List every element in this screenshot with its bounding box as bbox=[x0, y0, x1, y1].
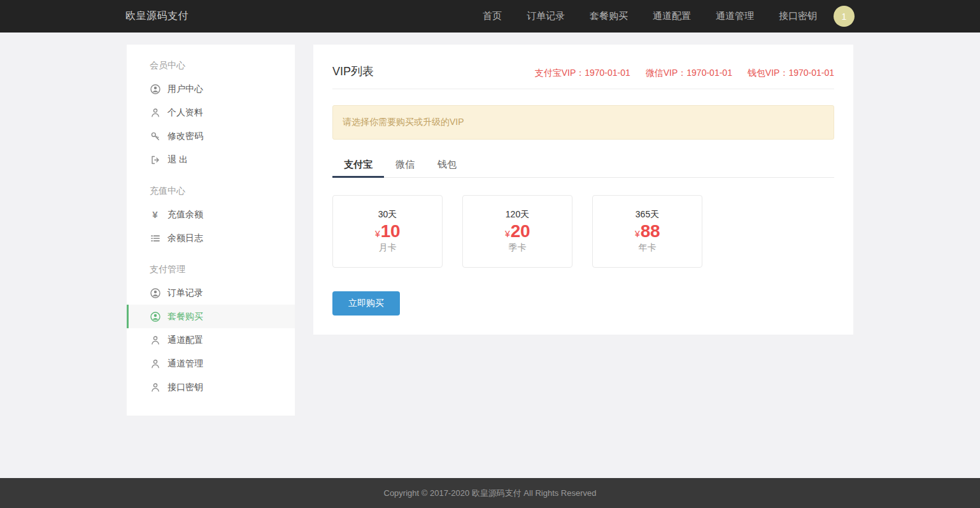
plan-name: 月卡 bbox=[333, 242, 442, 254]
main-panel: VIP列表 支付宝VIP：1970-01-01 微信VIP：1970-01-01… bbox=[313, 45, 853, 335]
sidebar-item-label: 用户中心 bbox=[167, 83, 203, 95]
plan-card-monthly[interactable]: 30天 ¥10 月卡 bbox=[332, 195, 443, 268]
sidebar-item-channel-config[interactable]: 通道配置 bbox=[127, 328, 295, 352]
user-avatar[interactable]: 1 bbox=[834, 6, 855, 27]
main-header: VIP列表 支付宝VIP：1970-01-01 微信VIP：1970-01-01… bbox=[332, 64, 834, 89]
content-container: 会员中心 用户中心 个人资料 修改密码 bbox=[127, 33, 853, 478]
plan-price: ¥88 bbox=[593, 221, 702, 242]
user-icon bbox=[150, 107, 160, 118]
nav-item-home[interactable]: 首页 bbox=[483, 10, 502, 22]
sidebar-item-profile[interactable]: 个人资料 bbox=[127, 101, 295, 124]
screen: 欧皇源码支付 首页 订单记录 套餐购买 通道配置 通道管理 接口密钥 1 会员中… bbox=[0, 0, 980, 508]
sidebar-item-logout[interactable]: 退 出 bbox=[127, 148, 295, 171]
sidebar-item-label: 接口密钥 bbox=[167, 382, 203, 393]
tab-wallet[interactable]: 钱包 bbox=[426, 152, 468, 177]
plan-name: 季卡 bbox=[463, 242, 572, 254]
plan-name: 年卡 bbox=[593, 242, 702, 254]
list-icon bbox=[150, 233, 160, 243]
user-icon bbox=[150, 358, 160, 369]
currency-symbol: ¥ bbox=[635, 229, 640, 239]
plan-card-yearly[interactable]: 365天 ¥88 年卡 bbox=[592, 195, 702, 268]
vip-status: 支付宝VIP：1970-01-01 微信VIP：1970-01-01 钱包VIP… bbox=[522, 68, 834, 79]
currency-symbol: ¥ bbox=[505, 229, 510, 239]
page-title: VIP列表 bbox=[332, 64, 374, 79]
nav-item-order-records[interactable]: 订单记录 bbox=[527, 10, 565, 22]
vip-status-alipay: 支付宝VIP：1970-01-01 bbox=[535, 68, 630, 78]
price-amount: 10 bbox=[381, 221, 400, 241]
sidebar-heading-recharge-center: 充值中心 bbox=[127, 179, 295, 203]
sidebar-item-order-records[interactable]: 订单记录 bbox=[127, 281, 295, 305]
currency-symbol: ¥ bbox=[375, 229, 380, 239]
sidebar-heading-member-center: 会员中心 bbox=[127, 54, 295, 77]
footer: Copyright © 2017-2020 欧皇源码支付 All Rights … bbox=[0, 478, 980, 508]
copyright-text: Copyright © 2017-2020 欧皇源码支付 All Rights … bbox=[384, 488, 597, 499]
sidebar-heading-payment-management: 支付管理 bbox=[127, 258, 295, 281]
sidebar-item-api-keys[interactable]: 接口密钥 bbox=[127, 375, 295, 399]
payment-tabs: 支付宝 微信 钱包 bbox=[332, 152, 834, 178]
sidebar-item-recharge-balance[interactable]: ¥ 充值余额 bbox=[127, 203, 295, 226]
plan-duration: 365天 bbox=[593, 209, 702, 221]
nav-item-api-keys[interactable]: 接口密钥 bbox=[779, 10, 817, 22]
nav-item-package-purchase[interactable]: 套餐购买 bbox=[590, 10, 628, 22]
sidebar-item-label: 个人资料 bbox=[167, 107, 203, 119]
plan-card-quarterly[interactable]: 120天 ¥20 季卡 bbox=[462, 195, 572, 268]
sidebar-item-label: 套餐购买 bbox=[167, 311, 203, 323]
sidebar-item-channel-management[interactable]: 通道管理 bbox=[127, 352, 295, 375]
user-icon bbox=[150, 382, 160, 393]
nav-menu: 首页 订单记录 套餐购买 通道配置 通道管理 接口密钥 1 bbox=[458, 6, 855, 27]
alert-message: 请选择你需要购买或升级的VIP bbox=[332, 105, 834, 140]
user-circle-icon bbox=[150, 287, 160, 298]
vip-status-wallet: 钱包VIP：1970-01-01 bbox=[748, 68, 834, 78]
nav-item-channel-management[interactable]: 通道管理 bbox=[716, 10, 754, 22]
sidebar-item-label: 修改密码 bbox=[167, 131, 203, 142]
buy-now-button[interactable]: 立即购买 bbox=[332, 291, 400, 316]
plan-list: 30天 ¥10 月卡 120天 ¥20 季卡 365天 ¥88 年卡 bbox=[332, 195, 834, 268]
sidebar-item-label: 订单记录 bbox=[167, 287, 203, 299]
sidebar-item-change-password[interactable]: 修改密码 bbox=[127, 124, 295, 148]
sidebar: 会员中心 用户中心 个人资料 修改密码 bbox=[127, 45, 295, 416]
plan-price: ¥10 bbox=[333, 221, 442, 242]
user-circle-icon bbox=[150, 311, 160, 322]
logout-icon bbox=[150, 154, 160, 165]
sidebar-item-label: 通道管理 bbox=[167, 358, 203, 370]
plan-duration: 120天 bbox=[463, 209, 572, 221]
key-icon bbox=[150, 131, 160, 142]
user-icon bbox=[150, 335, 160, 345]
sidebar-item-label: 充值余额 bbox=[167, 209, 203, 221]
nav-item-channel-config[interactable]: 通道配置 bbox=[653, 10, 691, 22]
brand-logo[interactable]: 欧皇源码支付 bbox=[125, 10, 188, 23]
sidebar-item-label: 退 出 bbox=[167, 154, 188, 166]
yen-icon: ¥ bbox=[150, 209, 160, 220]
sidebar-item-balance-log[interactable]: 余额日志 bbox=[127, 226, 295, 250]
sidebar-item-package-purchase[interactable]: 套餐购买 bbox=[127, 305, 295, 328]
plan-duration: 30天 bbox=[333, 209, 442, 221]
sidebar-item-user-center[interactable]: 用户中心 bbox=[127, 77, 295, 101]
sidebar-item-label: 通道配置 bbox=[167, 335, 203, 346]
user-circle-icon bbox=[150, 83, 160, 94]
top-navbar: 欧皇源码支付 首页 订单记录 套餐购买 通道配置 通道管理 接口密钥 1 bbox=[0, 0, 980, 33]
price-amount: 88 bbox=[641, 221, 660, 241]
price-amount: 20 bbox=[511, 221, 530, 241]
vip-status-wechat: 微信VIP：1970-01-01 bbox=[646, 68, 732, 78]
tab-alipay[interactable]: 支付宝 bbox=[332, 152, 384, 177]
plan-price: ¥20 bbox=[463, 221, 572, 242]
sidebar-item-label: 余额日志 bbox=[167, 233, 203, 244]
tab-wechat[interactable]: 微信 bbox=[384, 152, 426, 177]
